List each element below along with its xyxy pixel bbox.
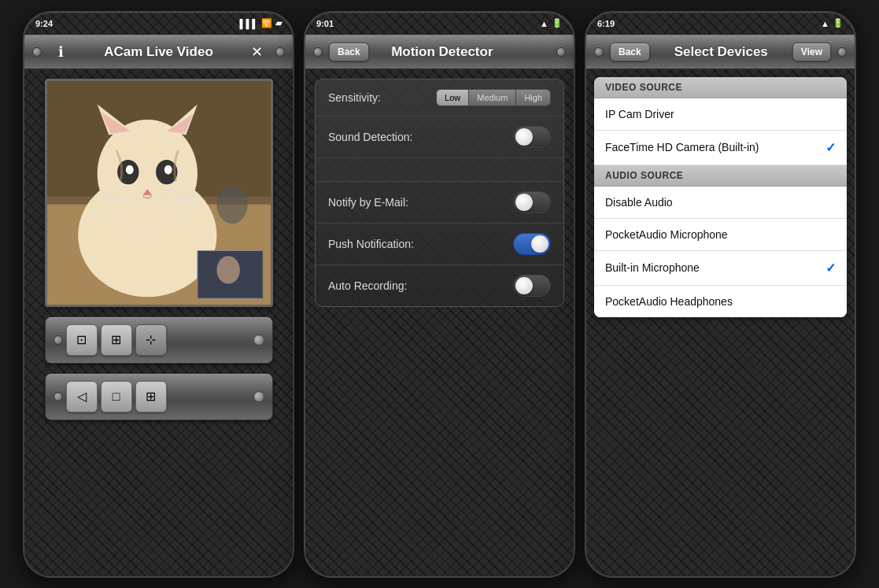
nav-title-2: Motion Detector bbox=[369, 44, 515, 60]
phone-frame-2: 9:01 ▲ 🔋 Back Motion Detector Sensitivit… bbox=[304, 11, 575, 578]
cat-video bbox=[47, 81, 271, 305]
push-label: Push Notification: bbox=[328, 238, 414, 250]
view-button[interactable]: View bbox=[792, 43, 831, 61]
nav-screw-right-1 bbox=[275, 47, 285, 57]
wifi-icon-3: ▲ bbox=[821, 19, 829, 28]
status-bar-1: 9:24 ▌▌▌ 🛜 ▰ bbox=[24, 13, 293, 35]
nav-screw-left-2 bbox=[313, 47, 323, 57]
toolbar-screw-left-2 bbox=[54, 392, 63, 401]
sens-high[interactable]: High bbox=[516, 90, 550, 105]
phone-frame-3: 6:19 ▲ 🔋 Back Select Devices View Video … bbox=[585, 11, 856, 578]
back-button-3[interactable]: Back bbox=[610, 43, 650, 61]
push-toggle-knob bbox=[531, 235, 548, 253]
status-icons-3: ▲ 🔋 bbox=[821, 18, 844, 28]
email-toggle-knob bbox=[515, 194, 533, 211]
cat-image bbox=[47, 81, 271, 305]
ip-cam-driver-name: IP Cam Driver bbox=[605, 108, 674, 120]
push-toggle[interactable] bbox=[513, 233, 551, 255]
screen-3: Video Source IP Cam Driver FaceTime HD C… bbox=[586, 69, 855, 576]
time-2: 9:01 bbox=[316, 19, 334, 28]
disable-audio-row[interactable]: Disable Audio bbox=[594, 187, 847, 219]
status-bar-3: 6:19 ▲ 🔋 bbox=[586, 13, 855, 35]
video-source-header: Video Source bbox=[594, 77, 847, 98]
info-button[interactable]: ℹ bbox=[48, 40, 73, 64]
battery-icon-1: ▰ bbox=[275, 18, 282, 28]
time-1: 9:24 bbox=[35, 19, 53, 28]
email-label: Notify by E-Mail: bbox=[328, 196, 408, 209]
sens-low[interactable]: Low bbox=[437, 90, 469, 105]
nav-bar-2: Back Motion Detector bbox=[305, 35, 574, 69]
svg-point-12 bbox=[164, 165, 172, 174]
signal-icon: ▌▌▌ bbox=[240, 19, 258, 28]
devices-content: Video Source IP Cam Driver FaceTime HD C… bbox=[586, 69, 855, 576]
pocket-mic-row[interactable]: PocketAudio Microphone bbox=[594, 219, 847, 251]
status-icons-1: ▌▌▌ 🛜 ▰ bbox=[240, 18, 282, 28]
pocket-headphones-name: PocketAudio Headphones bbox=[605, 295, 733, 308]
builtin-mic-name: Built-in Microphone bbox=[605, 261, 700, 274]
record-button[interactable]: ⊞ bbox=[101, 324, 132, 356]
sound-detection-label: Sound Detection: bbox=[328, 131, 412, 143]
panel1-content: ⊡ ⊞ ⊹ ◁ □ ⊞ bbox=[24, 69, 293, 576]
sensitivity-buttons[interactable]: Low Medium High bbox=[436, 89, 551, 106]
builtin-mic-check: ✓ bbox=[825, 261, 836, 276]
wifi-icon: 🛜 bbox=[261, 18, 272, 28]
battery-icon-2: 🔋 bbox=[552, 18, 563, 28]
sound-detection-toggle[interactable] bbox=[513, 126, 551, 148]
pocket-headphones-row[interactable]: PocketAudio Headphones bbox=[594, 286, 847, 317]
auto-record-toggle[interactable] bbox=[513, 275, 551, 297]
nav-title-3: Select Devices bbox=[650, 44, 792, 60]
sens-medium[interactable]: Medium bbox=[469, 90, 516, 105]
toolbar-screw-left-1 bbox=[54, 335, 63, 345]
audio-button[interactable]: ◁ bbox=[66, 381, 98, 412]
builtin-mic-row[interactable]: Built-in Microphone ✓ bbox=[594, 251, 847, 286]
sensitivity-row: Sensitivity: Low Medium High bbox=[316, 80, 563, 116]
screen-1: ⊡ ⊞ ⊹ ◁ □ ⊞ bbox=[24, 69, 293, 576]
devices-list: Video Source IP Cam Driver FaceTime HD C… bbox=[594, 77, 847, 317]
motion-content: Sensitivity: Low Medium High Sound Detec… bbox=[305, 69, 574, 576]
spacer-row-1 bbox=[316, 158, 563, 182]
pointer-button[interactable]: ⊹ bbox=[135, 324, 167, 356]
auto-record-row: Auto Recording: bbox=[316, 265, 563, 306]
settings-panel: Sensitivity: Low Medium High Sound Detec… bbox=[315, 79, 564, 307]
toolbar-screw-right-2 bbox=[253, 391, 264, 402]
nav-title-1: ACam Live Video bbox=[73, 44, 244, 60]
nav-bar-1: ℹ ACam Live Video ✕ bbox=[24, 35, 293, 69]
phone-frame-1: 9:24 ▌▌▌ 🛜 ▰ ℹ ACam Live Video ✕ bbox=[23, 11, 294, 578]
nav-screw-left-1 bbox=[32, 47, 42, 57]
facetime-camera-name: FaceTime HD Camera (Built-in) bbox=[605, 141, 759, 153]
close-button-1[interactable]: ✕ bbox=[244, 40, 269, 64]
audio-source-header: Audio Source bbox=[594, 165, 847, 187]
facetime-check: ✓ bbox=[825, 140, 836, 155]
email-toggle[interactable] bbox=[513, 191, 551, 213]
time-3: 6:19 bbox=[597, 19, 615, 28]
snapshot-button[interactable]: ⊡ bbox=[66, 324, 98, 356]
equalizer-button[interactable]: ⊞ bbox=[135, 381, 167, 412]
nav-screw-left-3 bbox=[594, 47, 604, 57]
display-button[interactable]: □ bbox=[101, 381, 132, 412]
toolbar-camera: ⊡ ⊞ ⊹ bbox=[45, 316, 273, 364]
nav-screw-right-2 bbox=[556, 47, 566, 57]
toolbar-audio: ◁ □ ⊞ bbox=[45, 373, 273, 420]
svg-point-22 bbox=[216, 256, 239, 283]
wifi-icon-2: ▲ bbox=[540, 19, 548, 28]
svg-point-20 bbox=[216, 185, 247, 224]
push-row: Push Notification: bbox=[316, 224, 563, 265]
sound-toggle-knob bbox=[515, 128, 533, 146]
pocket-mic-name: PocketAudio Microphone bbox=[605, 228, 728, 241]
disable-audio-name: Disable Audio bbox=[605, 196, 673, 209]
svg-point-11 bbox=[125, 165, 133, 174]
auto-record-label: Auto Recording: bbox=[328, 279, 407, 292]
facetime-camera-row[interactable]: FaceTime HD Camera (Built-in) ✓ bbox=[594, 131, 847, 165]
screen-2: Sensitivity: Low Medium High Sound Detec… bbox=[305, 69, 574, 576]
auto-record-toggle-knob bbox=[515, 277, 533, 294]
status-icons-2: ▲ 🔋 bbox=[540, 18, 563, 28]
sound-detection-row: Sound Detection: bbox=[316, 116, 563, 158]
email-row: Notify by E-Mail: bbox=[316, 182, 563, 224]
sensitivity-label: Sensitivity: bbox=[328, 91, 381, 104]
video-frame bbox=[45, 79, 273, 307]
status-bar-2: 9:01 ▲ 🔋 bbox=[305, 13, 574, 35]
ip-cam-driver-row[interactable]: IP Cam Driver bbox=[594, 98, 847, 131]
nav-screw-right-3 bbox=[837, 47, 847, 57]
nav-bar-3: Back Select Devices View bbox=[586, 35, 855, 69]
back-button-2[interactable]: Back bbox=[329, 43, 369, 61]
